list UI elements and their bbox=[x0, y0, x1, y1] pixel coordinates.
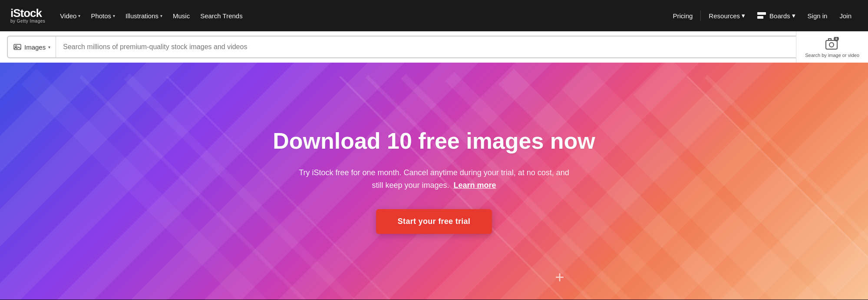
search-by-image-label: Search by image or video bbox=[805, 52, 859, 58]
camera-upload-icon: + bbox=[825, 36, 840, 51]
hero-section: Download 10 free images now Try iStock f… bbox=[0, 63, 868, 300]
nav-label-pricing: Pricing bbox=[673, 12, 693, 20]
logo-brand: iStock bbox=[10, 7, 45, 19]
search-bar: Images ▾ bbox=[7, 36, 861, 58]
logo[interactable]: iStock by Getty Images bbox=[10, 7, 45, 24]
hero-subtitle: Try iStock free for one month. Cancel an… bbox=[273, 167, 595, 192]
nav-label-boards: Boards bbox=[769, 12, 790, 20]
svg-point-3 bbox=[829, 43, 834, 47]
nav-pricing[interactable]: Pricing bbox=[667, 9, 699, 23]
nav-divider bbox=[700, 10, 701, 21]
navbar: iStock by Getty Images Video ▾ Photos ▾ … bbox=[0, 0, 868, 31]
search-type-label: Images bbox=[24, 43, 46, 51]
nav-label-illustrations: Illustrations bbox=[125, 12, 158, 20]
start-free-trial-button[interactable]: Start your free trial bbox=[376, 209, 492, 234]
nav-label-signin: Sign in bbox=[808, 12, 828, 20]
chevron-down-icon: ▾ bbox=[742, 12, 745, 20]
nav-join[interactable]: Join bbox=[833, 9, 858, 23]
chevron-down-icon: ▾ bbox=[113, 13, 115, 18]
nav-label-music: Music bbox=[173, 12, 190, 20]
chevron-down-icon: ▾ bbox=[792, 12, 795, 20]
chevron-down-icon: ▾ bbox=[160, 13, 162, 18]
nav-right: Pricing Resources ▾ Boards ▾ Sign in Joi… bbox=[667, 8, 858, 23]
nav-item-music[interactable]: Music bbox=[168, 9, 194, 23]
boards-icon bbox=[757, 12, 766, 19]
nav-label-join: Join bbox=[839, 12, 851, 20]
nav-item-illustrations[interactable]: Illustrations ▾ bbox=[121, 9, 167, 23]
svg-rect-2 bbox=[826, 40, 837, 49]
image-type-icon bbox=[13, 43, 22, 51]
nav-resources[interactable]: Resources ▾ bbox=[703, 8, 751, 23]
chevron-down-icon: ▾ bbox=[78, 13, 80, 18]
nav-label-resources: Resources bbox=[709, 12, 740, 20]
hero-subtitle-text: Try iStock free for one month. Cancel an… bbox=[299, 168, 569, 190]
hero-content: Download 10 free images now Try iStock f… bbox=[264, 128, 604, 233]
nav-left: Video ▾ Photos ▾ Illustrations ▾ Music S… bbox=[56, 9, 667, 23]
search-input[interactable] bbox=[56, 37, 860, 57]
hero-title: Download 10 free images now bbox=[273, 128, 595, 154]
nav-label-search-trends: Search Trends bbox=[200, 12, 243, 20]
chevron-down-icon: ▾ bbox=[48, 45, 50, 50]
learn-more-link[interactable]: Learn more bbox=[454, 181, 496, 190]
svg-text:+: + bbox=[835, 37, 838, 41]
hero-expand-icon[interactable]: + bbox=[555, 268, 564, 287]
search-type-selector[interactable]: Images ▾ bbox=[8, 37, 56, 57]
nav-label-photos: Photos bbox=[91, 12, 111, 20]
nav-item-photos[interactable]: Photos ▾ bbox=[86, 9, 119, 23]
nav-item-search-trends[interactable]: Search Trends bbox=[196, 9, 247, 23]
nav-boards[interactable]: Boards ▾ bbox=[751, 8, 802, 23]
nav-item-video[interactable]: Video ▾ bbox=[56, 9, 85, 23]
nav-signin[interactable]: Sign in bbox=[802, 9, 834, 23]
svg-rect-0 bbox=[14, 44, 21, 50]
search-by-image-button[interactable]: + Search by image or video bbox=[796, 31, 868, 63]
logo-sub: by Getty Images bbox=[10, 19, 45, 24]
nav-label-video: Video bbox=[60, 12, 76, 20]
search-bar-container: Images ▾ + Search by image or video bbox=[0, 31, 868, 63]
